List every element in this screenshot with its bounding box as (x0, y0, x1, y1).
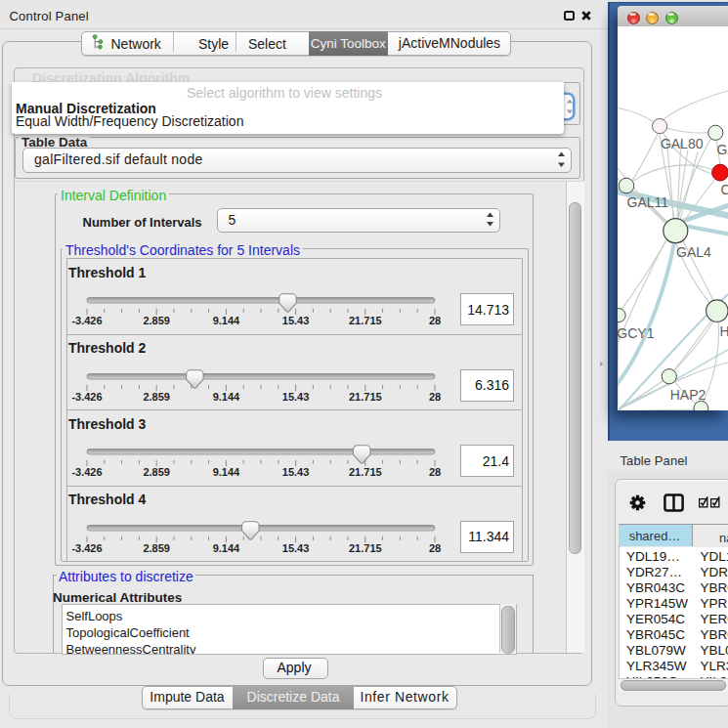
svg-text:-3.426: -3.426 (71, 315, 102, 326)
svg-text:28: 28 (429, 315, 441, 326)
svg-text:9.144: 9.144 (213, 542, 240, 554)
svg-text:-3.426: -3.426 (71, 466, 102, 478)
svg-text:15.43: 15.43 (282, 542, 310, 554)
svg-text:28: 28 (429, 466, 441, 478)
svg-text:28: 28 (429, 391, 441, 403)
svg-text:9.144: 9.144 (213, 315, 240, 326)
svg-text:15.43: 15.43 (282, 466, 310, 478)
svg-text:2.859: 2.859 (143, 542, 170, 554)
svg-text:21.715: 21.715 (349, 391, 382, 403)
svg-text:GA: GA (717, 142, 728, 157)
svg-text:21.715: 21.715 (349, 315, 382, 326)
svg-text:9.144: 9.144 (213, 391, 240, 403)
svg-text:GAL4: GAL4 (676, 244, 711, 260)
svg-text:2.859: 2.859 (143, 315, 170, 326)
svg-text:-3.426: -3.426 (71, 391, 102, 403)
svg-text:GAL11: GAL11 (627, 194, 669, 210)
svg-text:HAP2: HAP2 (670, 387, 707, 403)
svg-text:2.859: 2.859 (143, 466, 170, 478)
svg-text:C: C (721, 182, 728, 197)
svg-text:GAL80: GAL80 (661, 136, 704, 151)
svg-text:9.144: 9.144 (213, 466, 240, 478)
svg-text:15.43: 15.43 (282, 391, 310, 403)
svg-text:-3.426: -3.426 (71, 542, 102, 554)
svg-text:28: 28 (429, 542, 441, 554)
svg-text:2.859: 2.859 (143, 391, 170, 403)
svg-text:21.715: 21.715 (349, 466, 382, 478)
svg-text:15.43: 15.43 (282, 315, 310, 326)
svg-text:GCY1: GCY1 (618, 325, 655, 341)
svg-text:21.715: 21.715 (349, 542, 382, 554)
svg-text:H: H (720, 323, 728, 339)
